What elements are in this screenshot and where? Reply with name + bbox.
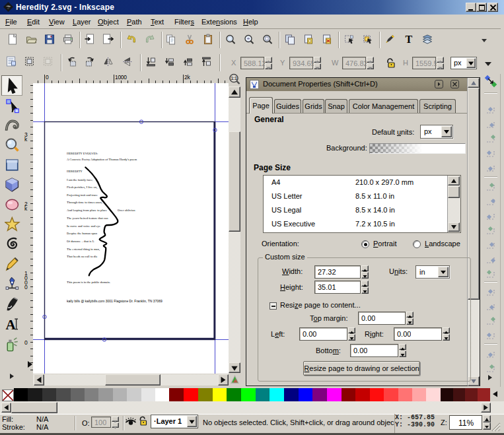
svg-text:T: T [406, 34, 413, 45]
svg-text:1:1: 1:1 [231, 76, 237, 81]
svg-text:A: A [5, 317, 16, 332]
